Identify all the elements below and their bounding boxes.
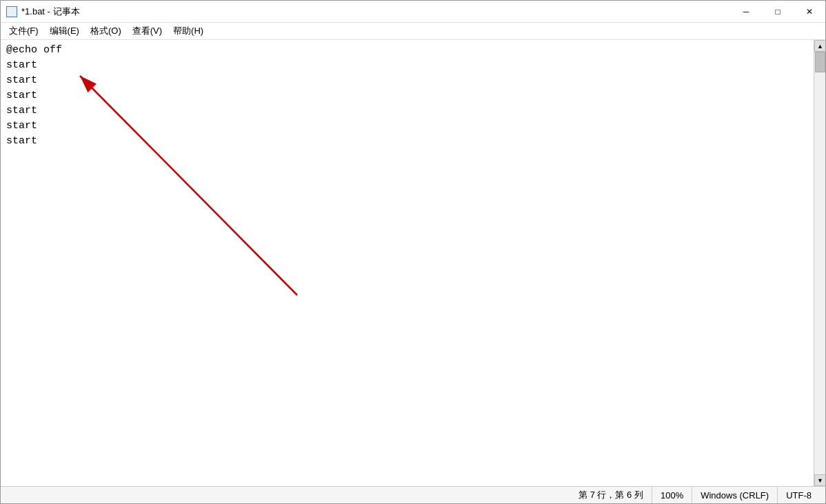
app-icon xyxy=(6,6,17,17)
menu-format[interactable]: 格式(O) xyxy=(85,23,127,39)
menu-edit[interactable]: 编辑(E) xyxy=(44,23,85,39)
scrollbar-track xyxy=(814,52,825,474)
notepad-window: *1.bat - 记事本 ─ □ ✕ 文件(F) 编辑(E) 格式(O) 查看(… xyxy=(0,0,826,504)
title-bar-left: *1.bat - 记事本 xyxy=(6,6,80,18)
title-bar-controls: ─ □ ✕ xyxy=(730,1,825,23)
scrollbar-vertical: ▲ ▼ xyxy=(814,40,825,486)
cursor-position: 第 7 行，第 6 列 xyxy=(570,487,652,503)
scrollbar-thumb[interactable] xyxy=(815,52,825,72)
title-bar: *1.bat - 记事本 ─ □ ✕ xyxy=(1,1,825,23)
status-bar: 第 7 行，第 6 列 100% Windows (CRLF) UTF-8 xyxy=(1,486,825,503)
minimize-button[interactable]: ─ xyxy=(730,1,762,23)
line-ending: Windows (CRLF) xyxy=(692,487,777,503)
menu-view[interactable]: 查看(V) xyxy=(127,23,168,39)
close-button[interactable]: ✕ xyxy=(794,1,825,23)
menu-file[interactable]: 文件(F) xyxy=(3,23,44,39)
window-title: *1.bat - 记事本 xyxy=(21,6,80,18)
menu-help[interactable]: 帮助(H) xyxy=(168,23,209,39)
editor-area: ▲ ▼ xyxy=(1,40,825,486)
maximize-button[interactable]: □ xyxy=(762,1,794,23)
menu-bar: 文件(F) 编辑(E) 格式(O) 查看(V) 帮助(H) xyxy=(1,23,825,40)
scroll-down-button[interactable]: ▼ xyxy=(814,474,825,486)
text-editor[interactable] xyxy=(1,40,814,486)
zoom-level: 100% xyxy=(652,487,692,503)
encoding: UTF-8 xyxy=(777,487,820,503)
scroll-up-button[interactable]: ▲ xyxy=(814,40,825,52)
